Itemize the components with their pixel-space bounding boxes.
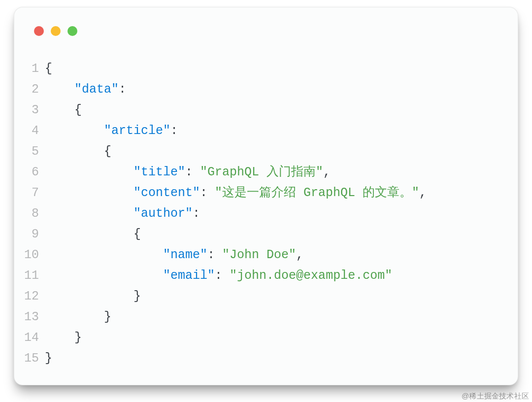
code-line: 4 "article": [23,121,509,141]
code-token-key: "article" [104,124,170,138]
line-number: 13 [23,307,45,328]
code-line: 1{ [23,59,509,79]
line-number: 4 [23,121,45,141]
code-token-plain [45,124,104,138]
code-token-string: "John Doe" [222,248,296,262]
code-token-key: "title" [133,165,185,179]
code-token-plain [45,248,163,262]
code-token-plain: } [45,289,141,303]
code-content: { [45,141,111,162]
code-token-plain: : [170,124,178,138]
code-content: "email": "john.doe@example.com" [45,266,392,286]
code-line: 3 { [23,100,509,121]
code-line: 12 } [23,286,509,307]
watermark-text: @稀土掘金技术社区 [462,392,529,401]
code-token-plain: , [419,186,427,200]
close-icon[interactable] [34,26,44,36]
code-line: 11 "email": "john.doe@example.com" [23,266,509,286]
code-line: 5 { [23,141,509,162]
line-number: 15 [23,348,45,369]
code-content: "title": "GraphQL 入门指南", [45,162,331,183]
code-token-plain: : [119,82,126,97]
code-token-plain [45,165,133,179]
code-content: } [45,286,141,307]
line-number: 12 [23,286,45,307]
line-number: 6 [23,162,45,183]
code-token-plain: { [45,227,141,241]
line-number: 3 [23,100,45,121]
code-token-plain: : [193,206,200,221]
code-content: { [45,224,141,245]
line-number: 8 [23,203,45,224]
code-window: 1{2 "data":3 {4 "article":5 {6 "title": … [14,7,518,385]
code-content: "content": "这是一篇介绍 GraphQL 的文章。", [45,183,427,203]
zoom-icon[interactable] [67,26,77,36]
window-controls [34,26,77,36]
code-line: 15} [23,348,509,369]
code-line: 7 "content": "这是一篇介绍 GraphQL 的文章。", [23,183,509,203]
line-number: 7 [23,183,45,203]
code-token-key: "name" [163,248,207,262]
code-token-key: "data" [74,82,119,97]
code-line: 14 } [23,328,509,348]
code-token-plain: } [45,351,52,366]
code-token-key: "email" [163,268,215,283]
code-token-plain: } [45,331,82,345]
code-token-plain [45,82,74,97]
code-content: } [45,348,52,369]
line-number: 5 [23,141,45,162]
code-line: 2 "data": [23,79,509,100]
code-content: "name": "John Doe", [45,245,303,266]
code-token-plain: , [296,248,303,262]
code-token-plain [45,268,163,283]
code-content: } [45,307,111,328]
code-token-plain: : [215,268,230,283]
code-token-key: "author" [133,206,193,221]
code-token-plain: { [45,144,111,159]
code-token-plain: : [207,248,222,262]
code-content: "article": [45,121,178,141]
code-line: 9 { [23,224,509,245]
code-token-plain: : [200,186,215,200]
code-token-plain: , [323,165,331,179]
code-token-string: "john.doe@example.com" [230,268,392,283]
line-number: 2 [23,79,45,100]
line-number: 10 [23,245,45,266]
code-line: 6 "title": "GraphQL 入门指南", [23,162,509,183]
line-number: 14 [23,328,45,348]
line-number: 11 [23,266,45,286]
line-number: 1 [23,59,45,79]
code-token-plain [45,186,133,200]
code-token-plain [45,206,133,221]
code-line: 10 "name": "John Doe", [23,245,509,266]
minimize-icon[interactable] [51,26,61,36]
code-token-plain: { [45,103,82,117]
code-token-string: "GraphQL 入门指南" [200,165,323,179]
code-token-plain: : [185,165,200,179]
code-editor: 1{2 "data":3 {4 "article":5 {6 "title": … [23,59,509,369]
code-line: 8 "author": [23,203,509,224]
code-content: { [45,100,82,121]
code-content: "author": [45,203,200,224]
code-content: { [45,59,52,79]
code-token-string: "这是一篇介绍 GraphQL 的文章。" [215,186,419,200]
code-content: "data": [45,79,126,100]
code-line: 13 } [23,307,509,328]
code-token-key: "content" [133,186,200,200]
line-number: 9 [23,224,45,245]
code-token-plain: { [45,62,52,76]
code-token-plain: } [45,310,111,324]
code-content: } [45,328,82,348]
